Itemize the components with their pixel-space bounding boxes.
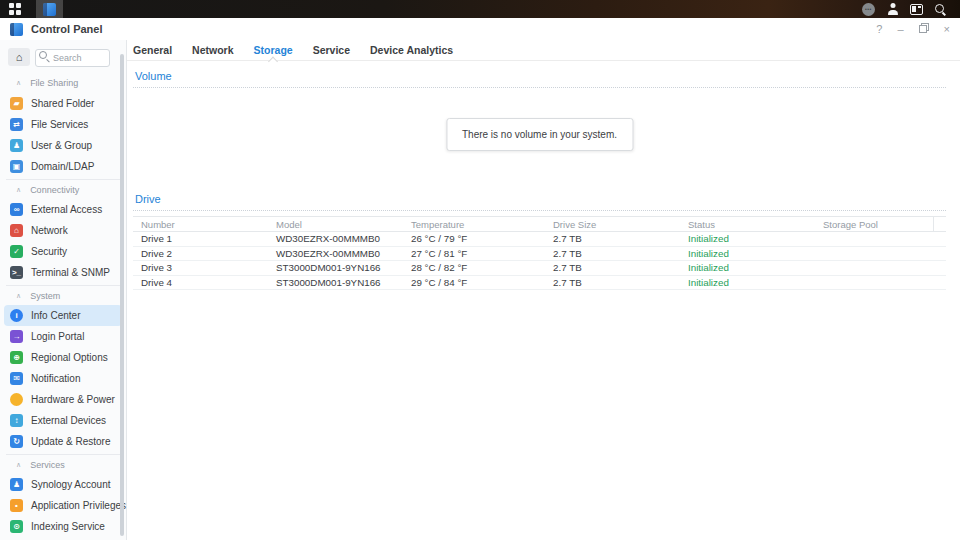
sidebar-item-terminal-snmp[interactable]: >_Terminal & SNMP (4, 262, 122, 283)
sidebar-group-connectivity[interactable]: ∧Connectivity (6, 179, 120, 199)
restore-button[interactable] (919, 23, 929, 35)
column-header-status[interactable]: Status (680, 217, 815, 232)
sidebar-group-file-sharing[interactable]: ∧File Sharing (6, 73, 120, 93)
sidebar-item-label: Notification (31, 373, 80, 384)
sidebar-item-info-center[interactable]: iInfo Center (4, 305, 122, 326)
tab-network[interactable]: Network (182, 40, 243, 61)
sidebar-item-regional-options[interactable]: ⊕Regional Options (4, 347, 122, 368)
sidebar-item-external-access[interactable]: ∞External Access (4, 199, 122, 220)
sidebar-item-notification[interactable]: ✉Notification (4, 368, 122, 389)
volume-empty-area: There is no volume in your system. (133, 88, 946, 184)
chat-button[interactable] (861, 3, 876, 16)
cell-model: ST3000DM001-9YN166 (268, 275, 403, 290)
sidebar-item-user-group[interactable]: ♟User & Group (4, 135, 122, 156)
synology-account-icon: ♟ (10, 478, 23, 491)
cell-stub (933, 261, 946, 276)
search-icon (934, 3, 947, 16)
column-header-model[interactable]: Model (268, 217, 403, 232)
cell-drive-size: 2.7 TB (545, 261, 680, 276)
hardware-power-icon (10, 393, 23, 406)
cell-storage-pool (815, 275, 933, 290)
tab-general[interactable]: General (133, 40, 182, 61)
tab-service[interactable]: Service (303, 40, 360, 61)
sidebar-item-file-services[interactable]: ⇄File Services (4, 114, 122, 135)
sidebar-search (35, 47, 110, 67)
sidebar-item-label: Hardware & Power (31, 394, 115, 405)
column-header-stub (933, 217, 946, 232)
sidebar-item-indexing-service[interactable]: ⊙Indexing Service (4, 516, 122, 537)
drive-row-drive-1[interactable]: Drive 1WD30EZRX-00MMMB026 °C / 79 °F2.7 … (133, 232, 946, 247)
security-icon: ✓ (10, 245, 23, 258)
help-button[interactable]: ? (876, 24, 882, 35)
tab-device-analytics[interactable]: Device Analytics (360, 40, 463, 61)
chevron-up-icon: ∧ (16, 292, 21, 300)
main-menu-button[interactable] (0, 0, 30, 18)
search-button[interactable] (933, 3, 948, 16)
sidebar-item-label: Terminal & SNMP (31, 267, 110, 278)
drive-table: NumberModelTemperatureDrive SizeStatusSt… (133, 216, 946, 290)
column-header-temperature[interactable]: Temperature (403, 217, 545, 232)
cell-storage-pool (815, 232, 933, 247)
sidebar-scrollbar[interactable] (120, 54, 124, 536)
apps-grid-icon (9, 3, 21, 15)
file-services-icon: ⇄ (10, 118, 23, 131)
user-button[interactable] (885, 3, 900, 15)
sidebar-item-hardware-power[interactable]: Hardware & Power (4, 389, 122, 410)
sidebar-item-label: Login Portal (31, 331, 84, 342)
sidebar-item-security[interactable]: ✓Security (4, 241, 122, 262)
chevron-up-icon: ∧ (16, 79, 21, 87)
window-controls: ? – × (876, 23, 950, 35)
cell-model: WD30EZRX-00MMMB0 (268, 246, 403, 261)
control-panel-window: Control Panel ? – × ⌂ ∧File Sharing▰Shar… (0, 18, 960, 540)
sidebar-item-update-restore[interactable]: ↻Update & Restore (4, 431, 122, 452)
login-portal-icon: → (10, 330, 23, 343)
cell-number: Drive 2 (133, 246, 268, 261)
sidebar-item-label: External Devices (31, 415, 106, 426)
sidebar-group-label: Services (30, 460, 65, 470)
network-icon: ⌂ (10, 224, 23, 237)
column-header-drive-size[interactable]: Drive Size (545, 217, 680, 232)
cell-temperature: 26 °C / 79 °F (403, 232, 545, 247)
close-button[interactable]: × (944, 24, 950, 35)
sidebar-group-system[interactable]: ∧System (6, 285, 120, 305)
cell-status: Initialized (680, 232, 815, 247)
sidebar-item-label: Regional Options (31, 352, 108, 363)
taskbar-left (0, 0, 63, 18)
external-access-icon: ∞ (10, 203, 23, 216)
drive-row-drive-3[interactable]: Drive 3ST3000DM001-9YN16628 °C / 82 °F2.… (133, 261, 946, 276)
window-title: Control Panel (31, 23, 103, 35)
sidebar-item-label: Domain/LDAP (31, 161, 94, 172)
update-restore-icon: ↻ (10, 435, 23, 448)
sidebar-item-label: Security (31, 246, 67, 257)
sidebar-item-domain-ldap[interactable]: ▣Domain/LDAP (4, 156, 122, 177)
sidebar-item-network[interactable]: ⌂Network (4, 220, 122, 241)
sidebar-group-services[interactable]: ∧Services (6, 454, 120, 474)
cell-stub (933, 232, 946, 247)
sidebar-item-label: Network (31, 225, 68, 236)
drive-row-drive-4[interactable]: Drive 4ST3000DM001-9YN16629 °C / 84 °F2.… (133, 275, 946, 290)
cell-number: Drive 1 (133, 232, 268, 247)
terminal-snmp-icon: >_ (10, 266, 23, 279)
cell-stub (933, 275, 946, 290)
cell-status: Initialized (680, 275, 815, 290)
minimize-button[interactable]: – (897, 24, 903, 35)
column-header-storage-pool[interactable]: Storage Pool (815, 217, 933, 232)
info-center-icon: i (10, 309, 23, 322)
sidebar-item-synology-account[interactable]: ♟Synology Account (4, 474, 122, 495)
drive-row-drive-2[interactable]: Drive 2WD30EZRX-00MMMB027 °C / 81 °F2.7 … (133, 246, 946, 261)
sidebar-item-external-devices[interactable]: ↕External Devices (4, 410, 122, 431)
widgets-button[interactable] (909, 4, 924, 15)
sidebar-item-label: Indexing Service (31, 521, 105, 532)
sidebar-item-application-privileges[interactable]: •Application Privileges (4, 495, 122, 516)
external-devices-icon: ↕ (10, 414, 23, 427)
home-button[interactable]: ⌂ (8, 48, 30, 66)
sidebar-item-label: External Access (31, 204, 102, 215)
search-input[interactable] (35, 49, 110, 67)
sidebar-list: ∧File Sharing▰Shared Folder⇄File Service… (0, 73, 126, 540)
taskbar-control-panel-button[interactable] (36, 0, 63, 18)
control-panel-icon (43, 3, 56, 16)
sidebar-item-login-portal[interactable]: →Login Portal (4, 326, 122, 347)
column-header-number[interactable]: Number (133, 217, 268, 232)
tab-storage[interactable]: Storage (244, 40, 303, 61)
sidebar-item-shared-folder[interactable]: ▰Shared Folder (4, 93, 122, 114)
